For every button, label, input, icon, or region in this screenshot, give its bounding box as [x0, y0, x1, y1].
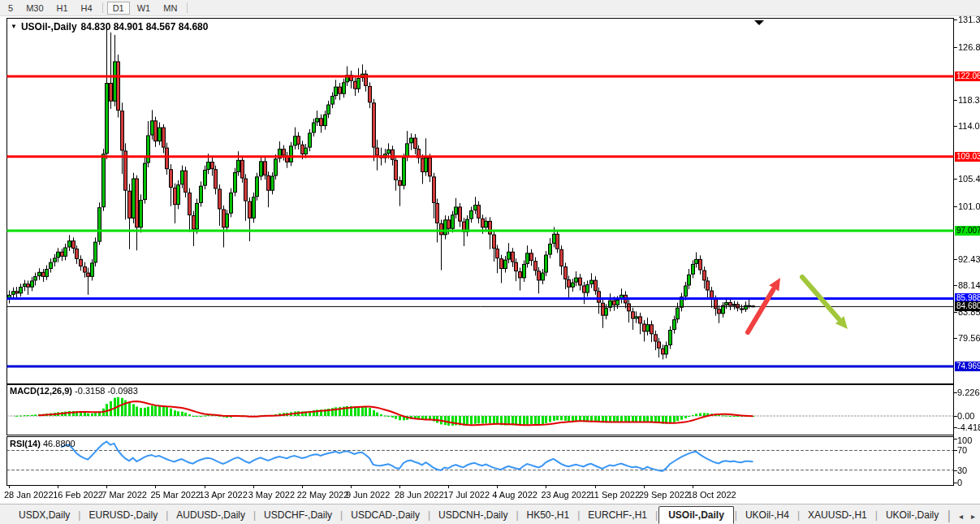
tab-hk50-h1[interactable]: HK50-,H1: [520, 507, 577, 523]
price-axis-tick: 101.010: [958, 201, 980, 211]
tab-scroll-right-icon[interactable]: ▸: [971, 512, 975, 521]
price-axis-tick: 114.010: [958, 121, 980, 131]
rsi-axis-tick: 0: [957, 478, 962, 487]
date-axis-label: 11 Sep 2022: [590, 490, 641, 500]
date-axis-label: 25 Mar 2022: [150, 490, 201, 500]
timeframe-button-h1[interactable]: H1: [51, 2, 74, 15]
rsi-axis-tick: 70: [957, 445, 967, 455]
rsi-axis-tick: 30: [957, 466, 967, 475]
date-axis-label: 3 May 2022: [248, 490, 295, 500]
date-axis-label: 28 Jun 2022: [395, 490, 444, 500]
rsi-indicator-label: RSI(14) 46.8800: [10, 439, 76, 448]
tab-usdcnh-daily[interactable]: USDCNH-,Daily: [431, 507, 515, 523]
date-axis-label: 29 Sep 2022: [639, 490, 689, 500]
price-axis-tick: 88.140: [958, 280, 980, 290]
timeframe-button-mn[interactable]: MN: [158, 2, 183, 15]
tab-scroll-left-icon[interactable]: ◂: [959, 512, 963, 521]
tab-usdx-daily[interactable]: USDX,Daily: [11, 507, 77, 523]
tab-usdchf-daily[interactable]: USDCHF-,Daily: [257, 507, 339, 523]
price-axis-tick: 92.430: [958, 254, 980, 264]
timeframe-button-5[interactable]: 5: [2, 2, 19, 15]
tab-eurchf-h1[interactable]: EURCHF-,H1: [581, 507, 654, 523]
tab-eurusd-daily[interactable]: EURUSD-,Daily: [81, 507, 165, 523]
timeframe-button-d1[interactable]: D1: [107, 2, 130, 15]
tab-ukoil-daily[interactable]: UKOil-,Daily: [879, 507, 946, 523]
price-chart-canvas[interactable]: [0, 15, 980, 504]
price-axis-tick: 105.430: [958, 174, 980, 184]
date-axis-label: 28 Jan 2022: [4, 490, 54, 500]
price-level-badge: 122.066: [955, 71, 980, 81]
macd-axis-tick: -4.4188: [957, 422, 980, 432]
symbol-tab-bar: USDX,Daily|EURUSD-,Daily|AUDUSD-,Daily|U…: [0, 504, 980, 524]
chart-title: ▼ USOil-,Daily 84.830 84.901 84.567 84.6…: [11, 21, 208, 32]
tab-usoil-daily[interactable]: USOil-,Daily: [658, 506, 734, 524]
date-axis-label: 7 Mar 2022: [101, 490, 147, 500]
macd-axis-tick: 0.00: [957, 411, 974, 421]
tab-audusd-daily[interactable]: AUDUSD-,Daily: [169, 507, 253, 523]
price-axis-tick: 118.300: [958, 95, 980, 105]
date-axis-label: 23 Aug 2022: [541, 490, 591, 500]
toolbar-divider: [102, 2, 103, 13]
tab-ukoil-h4[interactable]: UKOil-,H4: [738, 507, 797, 523]
price-level-badge: 97.007: [955, 226, 980, 236]
date-axis-label: 22 May 2022: [297, 490, 349, 500]
tab-usdcad-daily[interactable]: USDCAD-,Daily: [343, 507, 427, 523]
date-axis-label: 16 Feb 2022: [53, 490, 103, 500]
price-axis-tick: 126.880: [958, 42, 980, 52]
date-axis-label: 9 Jun 2022: [346, 490, 390, 500]
rsi-axis-tick: 100: [957, 435, 972, 445]
toolbar-divider: [187, 2, 188, 13]
timeframe-button-m30[interactable]: M30: [20, 2, 49, 15]
chart-symbol-label: USOil-,Daily: [21, 21, 77, 32]
timeframe-toolbar: 5M30H1H4D1W1MN: [0, 0, 980, 16]
price-level-badge: 84.680: [955, 301, 980, 311]
date-axis-label: 13 Apr 2022: [200, 490, 248, 500]
trading-platform-window: 5M30H1H4D1W1MN ▼ USOil-,Daily 84.830 84.…: [0, 0, 980, 524]
chart-window: ▼ USOil-,Daily 84.830 84.901 84.567 84.6…: [0, 15, 980, 504]
chart-ohlc-readout: 84.830 84.901 84.567 84.680: [81, 21, 209, 32]
date-axis-label: 17 Jul 2022: [443, 490, 490, 500]
price-axis-tick: 79.560: [958, 333, 980, 343]
tab-xauusd-h1[interactable]: XAUUSD-,H1: [801, 507, 874, 523]
macd-axis-tick: 9.2266: [957, 388, 980, 397]
price-level-badge: 74.969: [955, 362, 980, 371]
macd-indicator-label: MACD(12,26,9) -0.3158 -0.0983: [10, 386, 138, 396]
tab-scroll-buttons: | ◂ ▸: [948, 509, 975, 523]
date-axis-label: 4 Aug 2022: [492, 490, 537, 500]
timeframe-button-w1[interactable]: W1: [132, 2, 157, 15]
chart-dropdown-icon[interactable]: ▼: [11, 24, 17, 30]
price-level-badge: 109.036: [955, 152, 980, 162]
date-axis-label: 18 Oct 2022: [688, 490, 736, 500]
timeframe-button-h4[interactable]: H4: [76, 2, 98, 15]
